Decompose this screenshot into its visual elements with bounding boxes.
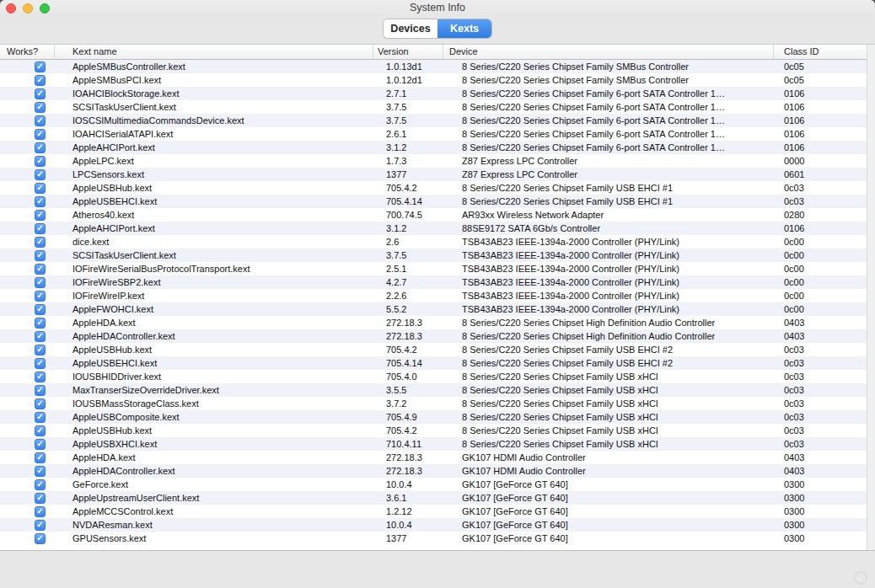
class-id-cell: 0300 — [774, 505, 867, 518]
column-header-version[interactable]: Version — [373, 45, 443, 59]
tab-kexts[interactable]: Kexts — [438, 19, 491, 38]
table-row[interactable]: ✓AppleLPC.kext1.7.3Z87 Express LPC Contr… — [0, 154, 867, 168]
works-checkbox[interactable]: ✓ — [35, 115, 46, 126]
works-checkbox[interactable]: ✓ — [35, 223, 46, 234]
column-header-device[interactable]: Device — [443, 45, 774, 59]
works-checkbox[interactable]: ✓ — [35, 533, 46, 544]
table-row[interactable]: ✓AppleMCCSControl.kext1.2.12GK107 [GeFor… — [0, 505, 867, 518]
table-row[interactable]: ✓SCSITaskUserClient.kext3.7.58 Series/C2… — [0, 100, 867, 114]
version-cell: 3.7.5 — [373, 100, 443, 114]
class-id-cell: 0c03 — [774, 437, 867, 451]
table-row[interactable]: ✓IOUSBHIDDriver.kext705.4.08 Series/C220… — [0, 370, 867, 383]
column-header-class-id[interactable]: Class ID — [774, 45, 867, 59]
kext-name-cell: MaxTranserSizeOverrideDriver.kext — [55, 383, 373, 397]
works-checkbox[interactable]: ✓ — [35, 142, 46, 153]
works-checkbox[interactable]: ✓ — [35, 412, 46, 423]
table-row[interactable]: ✓IOUSBMassStorageClass.kext3.7.28 Series… — [0, 397, 867, 410]
zoom-button[interactable] — [40, 3, 50, 13]
table-row[interactable]: ✓IOFireWireIP.kext2.2.6TSB43AB23 IEEE-13… — [0, 289, 867, 302]
works-checkbox[interactable]: ✓ — [35, 439, 46, 450]
table-row[interactable]: ✓AppleUSBXHCI.kext710.4.118 Series/C220 … — [0, 437, 867, 451]
version-cell: 705.4.2 — [373, 181, 443, 195]
works-checkbox[interactable]: ✓ — [35, 156, 46, 167]
table-row[interactable]: ✓AppleHDAController.kext272.18.38 Series… — [0, 329, 867, 343]
works-checkbox[interactable]: ✓ — [35, 479, 46, 490]
works-checkbox[interactable]: ✓ — [35, 75, 46, 86]
scrollbar-track[interactable] — [867, 45, 875, 550]
table-row[interactable]: ✓AppleUSBHub.kext705.4.28 Series/C220 Se… — [0, 343, 867, 356]
table-row[interactable]: ✓IOFireWireSerialBusProtocolTransport.ke… — [0, 262, 867, 275]
works-checkbox[interactable]: ✓ — [35, 493, 46, 504]
works-checkbox[interactable]: ✓ — [35, 318, 46, 329]
table-row[interactable]: ✓AppleAHCIPort.kext3.1.28 Series/C220 Se… — [0, 141, 867, 154]
works-checkbox[interactable]: ✓ — [35, 304, 46, 315]
works-checkbox[interactable]: ✓ — [35, 506, 46, 517]
system-info-window: System Info Devices Kexts Works? Kext na… — [0, 0, 875, 588]
kext-name-cell: AppleHDA.kext — [55, 316, 373, 329]
works-checkbox[interactable]: ✓ — [35, 129, 46, 140]
table-row[interactable]: ✓IOSCSIMultimediaCommandsDevice.kext3.7.… — [0, 114, 867, 127]
works-checkbox[interactable]: ✓ — [35, 264, 46, 275]
works-checkbox[interactable]: ✓ — [35, 466, 46, 477]
table-row[interactable]: ✓GeForce.kext10.0.4GK107 [GeForce GT 640… — [0, 478, 867, 491]
works-checkbox[interactable]: ✓ — [35, 210, 46, 221]
table-row[interactable]: ✓AppleUSBEHCI.kext705.4.148 Series/C220 … — [0, 195, 867, 208]
works-checkbox[interactable]: ✓ — [35, 358, 46, 369]
works-checkbox[interactable]: ✓ — [35, 385, 46, 396]
table-row[interactable]: ✓AppleUpstreamUserClient.kext3.6.1GK107 … — [0, 491, 867, 505]
table-row[interactable]: ✓AppleUSBEHCI.kext705.4.148 Series/C220 … — [0, 356, 867, 370]
table-row[interactable]: ✓AppleAHCIPort.kext3.1.288SE9172 SATA 6G… — [0, 222, 867, 235]
column-header-works[interactable]: Works? — [0, 45, 55, 59]
works-cell: ✓ — [0, 302, 55, 316]
corner-resize-indicator — [854, 571, 867, 585]
table-row[interactable]: ✓GPUSensors.kext1377GK107 [GeForce GT 64… — [0, 532, 867, 545]
table-row[interactable]: ✓AppleHDAController.kext272.18.3GK107 HD… — [0, 464, 867, 478]
checkmark-icon: ✓ — [36, 359, 43, 367]
works-checkbox[interactable]: ✓ — [35, 331, 46, 342]
table-row[interactable]: ✓NVDAResman.kext10.0.4GK107 [GeForce GT … — [0, 518, 867, 532]
works-checkbox[interactable]: ✓ — [35, 183, 46, 194]
works-checkbox[interactable]: ✓ — [35, 520, 46, 531]
table-row[interactable]: ✓IOAHCIBlockStorage.kext2.7.18 Series/C2… — [0, 87, 867, 100]
works-checkbox[interactable]: ✓ — [35, 237, 46, 248]
works-checkbox[interactable]: ✓ — [35, 452, 46, 463]
checkmark-icon: ✓ — [36, 440, 43, 448]
table-row[interactable]: ✓MaxTranserSizeOverrideDriver.kext3.5.58… — [0, 383, 867, 397]
table-row[interactable]: ✓dice.kext2.6TSB43AB23 IEEE-1394a-2000 C… — [0, 235, 867, 249]
works-checkbox[interactable]: ✓ — [35, 291, 46, 302]
works-checkbox[interactable]: ✓ — [35, 102, 46, 113]
table-row[interactable]: ✓AppleFWOHCI.kext5.5.2TSB43AB23 IEEE-139… — [0, 302, 867, 316]
works-checkbox[interactable]: ✓ — [35, 88, 46, 99]
table-row[interactable]: ✓AppleHDA.kext272.18.3GK107 HDMI Audio C… — [0, 451, 867, 464]
table-row[interactable]: ✓AppleSMBusController.kext1.0.13d18 Seri… — [0, 60, 867, 73]
works-checkbox[interactable]: ✓ — [35, 398, 46, 409]
works-checkbox[interactable]: ✓ — [35, 196, 46, 207]
table-row[interactable]: ✓Atheros40.kext700.74.5AR93xx Wireless N… — [0, 208, 867, 222]
table-row[interactable]: ✓LPCSensors.kext1377Z87 Express LPC Cont… — [0, 168, 867, 181]
minimize-button[interactable] — [23, 3, 33, 13]
checkmark-icon: ✓ — [36, 62, 43, 71]
table-row[interactable]: ✓SCSITaskUserClient.kext3.7.5TSB43AB23 I… — [0, 249, 867, 262]
checkmark-icon: ✓ — [36, 534, 43, 543]
table-row[interactable]: ✓AppleUSBComposite.kext705.4.98 Series/C… — [0, 410, 867, 424]
titlebar[interactable]: System Info — [0, 0, 875, 17]
table-row[interactable]: ✓IOFireWireSBP2.kext4.2.7TSB43AB23 IEEE-… — [0, 275, 867, 289]
checkmark-icon: ✓ — [36, 305, 43, 313]
works-checkbox[interactable]: ✓ — [35, 61, 46, 72]
device-cell: 8 Series/C220 Series Chipset Family USB … — [443, 370, 774, 383]
close-button[interactable] — [6, 3, 16, 13]
table-row[interactable]: ✓AppleUSBHub.kext705.4.28 Series/C220 Se… — [0, 181, 867, 195]
table-row[interactable]: ✓AppleUSBHub.kext705.4.28 Series/C220 Se… — [0, 424, 867, 437]
works-checkbox[interactable]: ✓ — [35, 250, 46, 261]
version-cell: 1.0.12d1 — [373, 73, 443, 87]
table-row[interactable]: ✓IOAHCISerialATAPI.kext2.6.18 Series/C22… — [0, 127, 867, 141]
table-row[interactable]: ✓AppleHDA.kext272.18.38 Series/C220 Seri… — [0, 316, 867, 329]
tab-devices[interactable]: Devices — [384, 19, 438, 38]
works-checkbox[interactable]: ✓ — [35, 277, 46, 288]
works-checkbox[interactable]: ✓ — [35, 169, 46, 180]
column-header-kext-name[interactable]: Kext name — [55, 45, 373, 59]
works-checkbox[interactable]: ✓ — [35, 345, 46, 355]
table-row[interactable]: ✓AppleSMBusPCI.kext1.0.12d18 Series/C220… — [0, 73, 867, 87]
works-checkbox[interactable]: ✓ — [35, 372, 46, 382]
works-checkbox[interactable]: ✓ — [35, 425, 46, 436]
